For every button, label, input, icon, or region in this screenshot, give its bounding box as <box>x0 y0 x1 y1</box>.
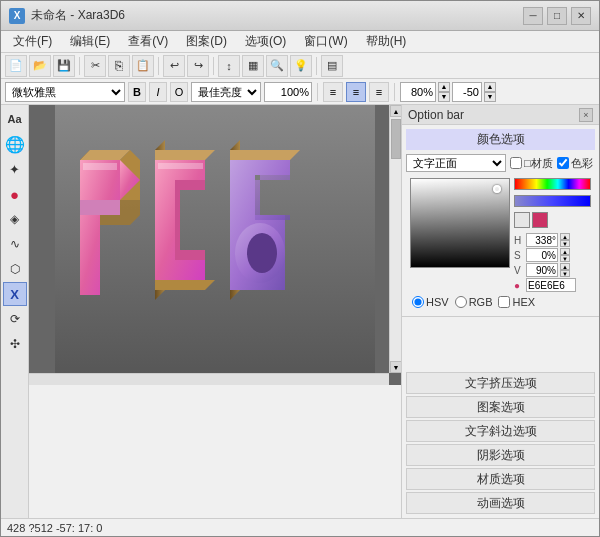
h-up[interactable]: ▲ <box>560 233 570 240</box>
tb-new[interactable]: 📄 <box>5 55 27 77</box>
hsv-radio[interactable] <box>412 296 424 308</box>
hue-slider[interactable] <box>514 178 591 190</box>
color-tool-button[interactable]: ● <box>3 182 27 206</box>
menu-view[interactable]: 查看(V) <box>120 32 176 52</box>
text-tool-button[interactable]: Aa <box>3 107 27 131</box>
hsv-radio-label[interactable]: HSV <box>412 296 449 308</box>
spectrum-canvas[interactable] <box>410 178 510 268</box>
animate-tool-button[interactable]: ⟳ <box>3 307 27 331</box>
minimize-button[interactable]: ─ <box>523 7 543 25</box>
h-down[interactable]: ▼ <box>560 240 570 247</box>
material-tool-button[interactable]: ⬡ <box>3 257 27 281</box>
text-bevel-button[interactable]: 文字斜边选项 <box>406 420 595 442</box>
canvas-scrollbar-right: ▲ ▼ <box>389 105 401 373</box>
zoom-up[interactable]: ▲ <box>438 82 450 92</box>
extrude-tool-button[interactable]: ✦ <box>3 157 27 181</box>
percent-input[interactable] <box>264 82 312 102</box>
h-spinner: ▲ ▼ <box>560 233 570 247</box>
offset-input[interactable] <box>452 82 482 102</box>
canvas-scrollbar-bottom[interactable] <box>29 373 389 385</box>
move-tool-button[interactable]: ✣ <box>3 332 27 356</box>
tb-paste[interactable]: 📋 <box>132 55 154 77</box>
size-select[interactable]: 最佳亮度 <box>191 82 261 102</box>
rgb-radio[interactable] <box>455 296 467 308</box>
color-type-select[interactable]: 文字正面 <box>406 154 506 172</box>
brightness-slider[interactable] <box>514 195 591 207</box>
tb-save[interactable]: 💾 <box>53 55 75 77</box>
tb-redo[interactable]: ↪ <box>187 55 209 77</box>
menu-window[interactable]: 窗口(W) <box>296 32 355 52</box>
tb-undo[interactable]: ↩ <box>163 55 185 77</box>
close-button[interactable]: ✕ <box>571 7 591 25</box>
scroll-down-button[interactable]: ▼ <box>390 361 401 373</box>
option-close-button[interactable]: × <box>579 108 593 122</box>
align-right-button[interactable]: ≡ <box>369 82 389 102</box>
zoom-down[interactable]: ▼ <box>438 92 450 102</box>
font-select[interactable]: 微软雅黑 <box>5 82 125 102</box>
tb-chart[interactable]: ▦ <box>242 55 264 77</box>
s-input[interactable] <box>526 248 558 262</box>
hex-value-input[interactable] <box>526 278 576 292</box>
pattern-button[interactable]: 图案选项 <box>406 396 595 418</box>
scroll-up-button[interactable]: ▲ <box>390 105 401 117</box>
shadow-tool-button[interactable]: ∿ <box>3 232 27 256</box>
rgb-radio-label[interactable]: RGB <box>455 296 493 308</box>
offset-up[interactable]: ▲ <box>484 82 496 92</box>
material-checkbox-label[interactable]: □材质 <box>510 156 553 171</box>
color-picker-container: H ▲ ▼ S <box>406 176 595 294</box>
animate-button[interactable]: 动画选项 <box>406 492 595 514</box>
tb-search[interactable]: 🔍 <box>266 55 288 77</box>
tb-extra[interactable]: ▤ <box>321 55 343 77</box>
tb-open[interactable]: 📂 <box>29 55 51 77</box>
xara-tool-button[interactable]: X <box>3 282 27 306</box>
color-checkbox[interactable] <box>557 157 569 169</box>
scroll-thumb-v[interactable] <box>391 119 401 159</box>
hex-checkbox[interactable] <box>498 296 510 308</box>
bevel-tool-button[interactable]: ◈ <box>3 207 27 231</box>
menu-options[interactable]: 选项(O) <box>237 32 294 52</box>
color-options-header: 颜色选项 <box>406 129 595 150</box>
hex-preview-row <box>514 212 591 228</box>
tb-copy[interactable]: ⎘ <box>108 55 130 77</box>
menu-file[interactable]: 文件(F) <box>5 32 60 52</box>
material-checkbox[interactable] <box>510 157 522 169</box>
offset-down[interactable]: ▼ <box>484 92 496 102</box>
s-up[interactable]: ▲ <box>560 248 570 255</box>
hex-color-preview <box>514 212 530 228</box>
zoom-input[interactable] <box>400 82 436 102</box>
tb-cut[interactable]: ✂ <box>84 55 106 77</box>
menu-edit[interactable]: 编辑(E) <box>62 32 118 52</box>
v-input[interactable] <box>526 263 558 277</box>
zoom-spinner: ▲ ▼ <box>438 82 450 102</box>
hex-checkbox-label[interactable]: HEX <box>498 296 535 308</box>
color-checkbox-label[interactable]: 色彩 <box>557 156 593 171</box>
tb-flip[interactable]: ↕ <box>218 55 240 77</box>
status-bar: 428 ?512 -57: 17: 0 <box>1 518 599 536</box>
zoom-box: ▲ ▼ ▲ ▼ <box>400 82 496 102</box>
color-options-panel: 颜色选项 文字正面 □材质 色彩 <box>402 125 599 317</box>
spectrum-cursor[interactable] <box>493 185 501 193</box>
h-input[interactable] <box>526 233 558 247</box>
align-center-button[interactable]: ≡ <box>346 82 366 102</box>
s-field-row: S ▲ ▼ <box>514 248 591 262</box>
bold-button[interactable]: B <box>128 82 146 102</box>
canvas-area[interactable]: ▲ ▼ <box>29 105 401 385</box>
text-extrude-button[interactable]: 文字挤压选项 <box>406 372 595 394</box>
outline-button[interactable]: O <box>170 82 188 102</box>
shadow-button[interactable]: 阴影选项 <box>406 444 595 466</box>
tb-sep1 <box>79 57 80 75</box>
align-left-button[interactable]: ≡ <box>323 82 343 102</box>
menu-bar: 文件(F) 编辑(E) 查看(V) 图案(D) 选项(O) 窗口(W) 帮助(H… <box>1 31 599 53</box>
v-up[interactable]: ▲ <box>560 263 570 270</box>
window-title: 未命名 - Xara3D6 <box>31 7 125 24</box>
v-down[interactable]: ▼ <box>560 270 570 277</box>
italic-button[interactable]: I <box>149 82 167 102</box>
tb-light[interactable]: 💡 <box>290 55 312 77</box>
s-down[interactable]: ▼ <box>560 255 570 262</box>
material-button[interactable]: 材质选项 <box>406 468 595 490</box>
maximize-button[interactable]: □ <box>547 7 567 25</box>
menu-pattern[interactable]: 图案(D) <box>178 32 235 52</box>
offset-spinner: ▲ ▼ <box>484 82 496 102</box>
rotate-tool-button[interactable]: 🌐 <box>3 132 27 156</box>
menu-help[interactable]: 帮助(H) <box>358 32 415 52</box>
